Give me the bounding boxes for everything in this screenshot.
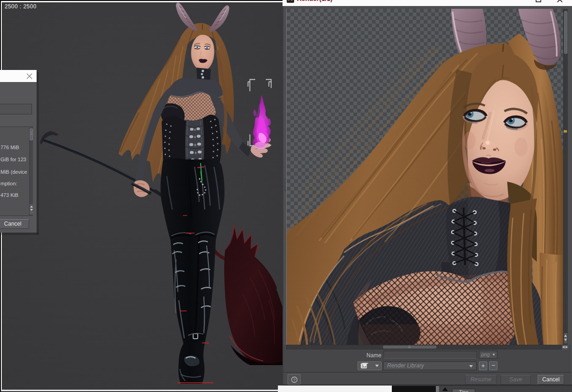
svg-text:?: ?	[293, 378, 295, 382]
